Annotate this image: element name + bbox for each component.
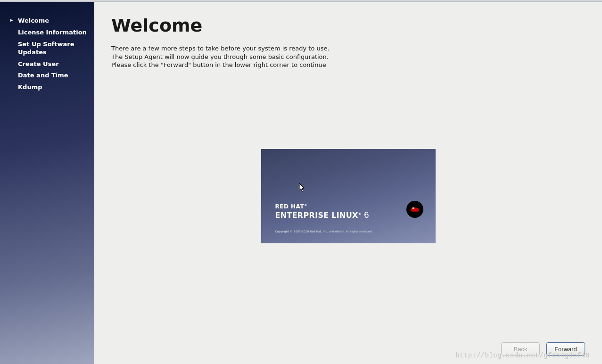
sidebar-item-date-and-time[interactable]: Date and Time xyxy=(10,70,89,82)
distro-splash: RED HAT® ENTERPRISE LINUX® 6 Copyright ©… xyxy=(261,149,436,243)
brand-line-2: ENTERPRISE LINUX® 6 xyxy=(275,210,370,220)
sidebar-item-label: Create User xyxy=(18,60,59,67)
sidebar-item-label: Set Up Software Updates xyxy=(18,41,74,56)
sidebar-item-set-up-software-updates[interactable]: Set Up Software Updates xyxy=(10,39,89,58)
splash-holder: RED HAT® ENTERPRISE LINUX® 6 Copyright ©… xyxy=(111,55,585,338)
brand-version: 6 xyxy=(364,210,369,220)
sidebar-list: Welcome License Information Set Up Softw… xyxy=(0,15,94,93)
wizard-footer: Back Forward xyxy=(111,338,585,356)
splash-copyright: Copyright © 2003-2010 Red Hat, Inc. and … xyxy=(275,230,373,233)
brand-line-1: RED HAT® xyxy=(275,203,370,210)
sidebar-item-kdump[interactable]: Kdump xyxy=(10,82,89,93)
sidebar-item-create-user[interactable]: Create User xyxy=(10,58,89,70)
sidebar-item-label: Date and Time xyxy=(18,72,68,79)
intro-line: There are a few more steps to take befor… xyxy=(111,44,585,53)
sidebar-item-license-information[interactable]: License Information xyxy=(10,27,89,39)
brand-text: ENTERPRISE LINUX xyxy=(275,211,358,220)
wizard-sidebar: Welcome License Information Set Up Softw… xyxy=(0,2,94,364)
registered-mark: ® xyxy=(358,212,362,216)
brand-text: RED HAT xyxy=(275,203,305,210)
svg-point-0 xyxy=(412,207,414,209)
sidebar-item-welcome[interactable]: Welcome xyxy=(10,15,89,27)
brand-block: RED HAT® ENTERPRISE LINUX® 6 xyxy=(275,203,370,220)
registered-mark: ® xyxy=(304,203,307,207)
forward-button[interactable]: Forward xyxy=(546,342,585,356)
content-wrap: Welcome License Information Set Up Softw… xyxy=(0,2,602,364)
sidebar-item-label: License Information xyxy=(18,29,87,36)
sidebar-item-label: Kdump xyxy=(18,83,42,91)
back-button[interactable]: Back xyxy=(501,342,540,356)
page-title: Welcome xyxy=(111,15,585,36)
main-panel: Welcome There are a few more steps to ta… xyxy=(94,2,602,364)
redhat-logo-icon xyxy=(406,201,423,218)
sidebar-item-label: Welcome xyxy=(18,17,49,24)
